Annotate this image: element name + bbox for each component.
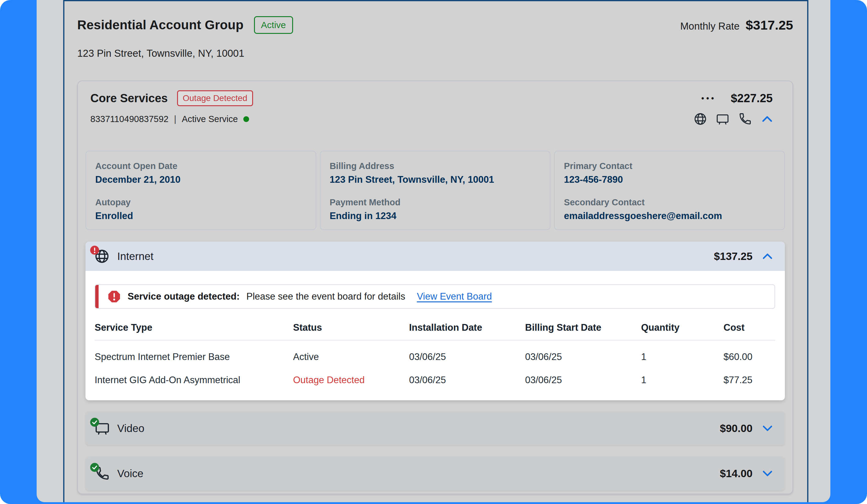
cell-service-type: Spectrum Internet Premier Base — [95, 340, 293, 364]
core-services-card: Core Services Outage Detected ••• $227.2… — [77, 80, 793, 494]
voice-phone-icon — [738, 112, 752, 126]
core-services-header: Core Services Outage Detected ••• $227.2… — [85, 90, 785, 107]
error-exclamation-badge-icon — [90, 245, 99, 255]
field-value: December 21, 2010 — [95, 174, 307, 185]
internet-label: Internet — [117, 250, 153, 262]
field-label: Secondary Contact — [564, 197, 775, 207]
internet-globe-icon — [693, 112, 707, 126]
video-price: $90.00 — [720, 422, 752, 435]
cell-status: Outage Detected — [293, 364, 409, 387]
field-label: Primary Contact — [564, 161, 775, 171]
column-header: Quantity — [641, 322, 724, 340]
cell-quantity: 1 — [641, 340, 724, 364]
alert-title: Service outage detected: — [128, 291, 240, 302]
field-value: 123-456-7890 — [564, 174, 775, 185]
overflow-menu-icon[interactable]: ••• — [701, 94, 716, 103]
column-header: Billing Start Date — [525, 322, 641, 340]
video-accordion-header[interactable]: Video $90.00 — [85, 411, 785, 446]
cell-quantity: 1 — [641, 364, 724, 387]
cell-installation-date: 03/06/25 — [409, 340, 525, 364]
account-info-cards: Account Open Date December 21, 2010 Auto… — [85, 151, 785, 230]
success-check-badge-icon — [90, 417, 99, 427]
monthly-rate-label: Monthly Rate — [680, 20, 739, 32]
cell-cost: $60.00 — [724, 340, 775, 364]
internet-panel: Service outage detected: Please see the … — [85, 271, 785, 400]
info-card-contacts: Primary Contact 123-456-7890 Secondary C… — [554, 151, 785, 230]
cell-status: Active — [293, 340, 409, 364]
field-label: Payment Method — [330, 197, 541, 207]
video-tv-icon — [715, 112, 730, 126]
content-frame: Residential Account Group Active Monthly… — [63, 0, 809, 502]
field-label: Autopay — [95, 197, 307, 207]
chevron-up-icon[interactable] — [760, 250, 774, 263]
alert-octagon-icon — [107, 290, 121, 303]
field-label: Account Open Date — [95, 161, 307, 171]
cell-cost: $77.25 — [724, 364, 775, 387]
outage-alert-banner: Service outage detected: Please see the … — [95, 284, 775, 309]
page-header: Residential Account Group Active Monthly… — [77, 16, 793, 34]
column-header: Cost — [724, 322, 775, 340]
field-label: Billing Address — [330, 161, 541, 171]
column-header: Status — [293, 322, 409, 340]
core-services-title: Core Services — [90, 92, 168, 105]
field-value: 123 Pin Street, Townsville, NY, 10001 — [330, 174, 541, 185]
monthly-rate-value: $317.25 — [746, 18, 793, 33]
core-services-subheader: 8337110490837592 | Active Service — [85, 112, 785, 126]
monthly-rate: Monthly Rate $317.25 — [680, 18, 793, 33]
chevron-down-icon[interactable] — [760, 421, 774, 435]
alert-message: Please see the event board for details — [246, 291, 405, 302]
account-status-badge: Active — [254, 16, 293, 34]
account-number: 8337110490837592 — [90, 114, 169, 124]
info-card-account: Account Open Date December 21, 2010 Auto… — [85, 151, 316, 230]
internet-services-table: Service Type Status Installation Date Bi… — [95, 322, 775, 387]
page-title: Residential Account Group — [77, 18, 244, 32]
cell-service-type: Internet GIG Add-On Asymmetrical — [95, 364, 293, 387]
app-window: Residential Account Group Active Monthly… — [36, 0, 831, 502]
info-card-billing: Billing Address 123 Pin Street, Townsvil… — [320, 151, 551, 230]
cell-installation-date: 03/06/25 — [409, 364, 525, 387]
video-label: Video — [117, 422, 144, 435]
field-value: Enrolled — [95, 210, 307, 221]
success-check-badge-icon — [90, 462, 99, 472]
core-services-price: $227.25 — [731, 92, 773, 105]
active-service-label: Active Service — [182, 114, 238, 124]
outage-detected-badge: Outage Detected — [177, 90, 253, 106]
account-address: 123 Pin Street, Townsville, NY, 10001 — [77, 47, 793, 60]
active-status-dot-icon — [243, 116, 249, 122]
desktop-background: Residential Account Group Active Monthly… — [0, 0, 867, 504]
cell-billing-start-date: 03/06/25 — [525, 364, 641, 387]
internet-accordion-header[interactable]: Internet $137.25 — [85, 242, 785, 271]
internet-price: $137.25 — [714, 250, 752, 262]
chevron-down-icon[interactable] — [760, 467, 774, 480]
cell-billing-start-date: 03/06/25 — [525, 340, 641, 364]
voice-accordion-header[interactable]: Voice $14.00 — [85, 457, 785, 491]
column-header: Installation Date — [409, 322, 525, 340]
voice-label: Voice — [117, 468, 143, 480]
collapse-chevron-up-icon[interactable] — [760, 112, 774, 126]
field-value: Ending in 1234 — [330, 210, 541, 221]
column-header: Service Type — [95, 322, 293, 340]
separator: | — [174, 114, 176, 124]
view-event-board-link[interactable]: View Event Board — [417, 291, 492, 302]
voice-price: $14.00 — [720, 468, 752, 480]
field-value: emailaddressgoeshere@email.com — [564, 210, 775, 221]
internet-accordion: Internet $137.25 — [85, 242, 785, 400]
